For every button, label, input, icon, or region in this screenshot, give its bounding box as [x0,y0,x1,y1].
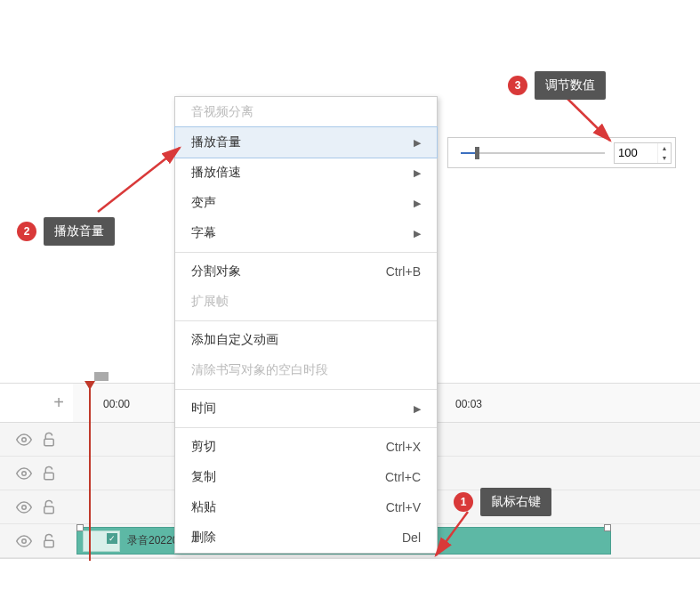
chevron-right-icon: ▶ [414,228,421,239]
svg-point-0 [22,437,27,441]
menu-label: 添加自定义动画 [191,332,278,348]
callout-2: 2 播放音量 [17,217,115,246]
callout-num-icon: 1 [454,492,473,512]
lock-icon[interactable] [41,432,57,448]
menu-split[interactable]: 分割对象 Ctrl+B [175,256,437,287]
spinner-down-icon[interactable]: ▼ [658,153,671,163]
callout-3: 3 调节数值 [508,71,606,100]
svg-point-4 [22,505,27,509]
time-marker: 00:03 [455,398,482,410]
menu-paste[interactable]: 粘贴 Ctrl+V [175,492,437,522]
menu-label: 时间 [191,401,216,417]
menu-volume[interactable]: 播放音量 ▶ [174,126,438,158]
menu-shortcut: Ctrl+X [386,440,421,454]
menu-separator [175,252,437,253]
menu-extend-frame: 扩展帧 [175,287,437,317]
slider-thumb[interactable] [475,147,479,159]
volume-spinner: ▲ ▼ [614,142,672,164]
callout-label: 播放音量 [44,217,115,246]
lock-icon[interactable] [41,466,57,482]
menu-label: 字幕 [191,225,216,241]
volume-slider-popup: ▲ ▼ [447,137,676,168]
menu-label: 复制 [191,469,216,485]
eye-icon[interactable] [16,432,32,448]
time-marker: 00:00 [103,398,130,410]
menu-speed[interactable]: 播放倍速 ▶ [175,158,437,188]
menu-custom-anim[interactable]: 添加自定义动画 [175,325,437,355]
chevron-right-icon: ▶ [414,403,421,415]
callout-label: 调节数值 [535,71,606,100]
add-track-area: + [0,393,73,413]
menu-cut[interactable]: 剪切 Ctrl+X [175,432,437,462]
svg-rect-7 [44,540,54,547]
menu-separator [175,427,437,428]
menu-label: 分割对象 [191,263,241,279]
svg-point-2 [22,471,27,475]
menu-label: 音视频分离 [191,104,253,120]
playhead-grip-icon[interactable] [94,372,109,381]
menu-label: 删除 [191,530,216,546]
svg-rect-1 [44,439,54,446]
volume-input[interactable] [615,143,657,163]
menu-label: 清除书写对象的空白时段 [191,362,328,378]
svg-rect-3 [44,473,54,480]
menu-label: 播放音量 [191,134,241,150]
eye-icon[interactable] [16,466,32,482]
menu-clear-blank: 清除书写对象的空白时段 [175,355,437,385]
menu-separator [175,320,437,321]
svg-line-10 [563,94,610,141]
menu-voice-change[interactable]: 变声 ▶ [175,188,437,218]
plus-icon[interactable]: + [53,393,64,413]
menu-shortcut: Del [402,530,421,545]
chevron-right-icon: ▶ [414,198,421,209]
eye-icon[interactable] [16,533,32,549]
svg-rect-5 [44,506,54,514]
context-menu: 音视频分离 播放音量 ▶ 播放倍速 ▶ 变声 ▶ 字幕 ▶ 分割对象 Ctrl+… [174,96,438,554]
menu-copy[interactable]: 复制 Ctrl+C [175,462,437,492]
menu-shortcut: Ctrl+V [386,500,421,514]
menu-delete[interactable]: 删除 Del [175,522,437,553]
eye-icon[interactable] [16,499,32,515]
lock-icon[interactable] [41,533,57,549]
playhead[interactable] [89,383,91,561]
lock-icon[interactable] [41,499,57,515]
callout-label: 鼠标右键 [480,488,551,516]
menu-subtitle[interactable]: 字幕 ▶ [175,218,437,248]
callout-num-icon: 2 [17,222,36,241]
clip-handle-right[interactable] [604,524,611,531]
menu-label: 播放倍速 [191,165,241,181]
menu-label: 粘贴 [191,499,216,515]
menu-label: 变声 [191,195,216,211]
playhead-flag-icon [84,381,95,390]
chevron-right-icon: ▶ [414,137,421,149]
callout-1: 1 鼠标右键 [454,488,551,516]
menu-label: 剪切 [191,439,216,455]
menu-label: 扩展帧 [191,294,229,310]
spinner-up-icon[interactable]: ▲ [658,143,671,153]
menu-shortcut: Ctrl+C [385,470,421,484]
menu-shortcut: Ctrl+B [386,264,421,279]
volume-slider[interactable] [461,152,605,154]
chevron-right-icon: ▶ [414,167,421,179]
svg-point-6 [22,538,27,543]
menu-time[interactable]: 时间 ▶ [175,393,437,424]
menu-separate-av: 音视频分离 [175,97,437,127]
svg-line-9 [98,148,180,212]
menu-separator [175,389,437,390]
callout-num-icon: 3 [508,76,527,95]
